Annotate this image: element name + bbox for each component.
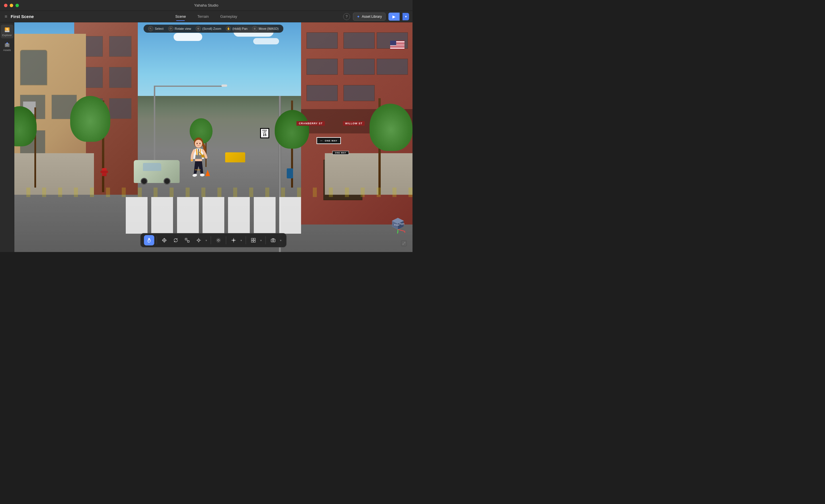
explorer-label: Explorer: [2, 34, 12, 37]
taxi-body: [225, 152, 245, 162]
crosswalk-stripe-1: [126, 197, 148, 234]
svg-text:x: x: [404, 231, 405, 233]
crosswalk-stripe-6: [254, 197, 276, 234]
cloud-5: [253, 38, 279, 45]
svg-marker-6: [6, 42, 8, 44]
american-flag: [390, 41, 404, 49]
play-dropdown-button[interactable]: ▾: [402, 13, 409, 20]
play-button[interactable]: ▶: [388, 13, 400, 21]
snap-dropdown[interactable]: ▾: [239, 235, 243, 245]
bbl-window-4: [109, 67, 132, 88]
svg-point-16: [192, 173, 197, 177]
move-tool-button[interactable]: [159, 235, 169, 245]
rbw-4: [306, 59, 338, 75]
svg-point-17: [200, 174, 205, 176]
traffic-lights: [4, 4, 19, 7]
scale-tool-button[interactable]: [182, 235, 193, 245]
van: [134, 154, 179, 183]
svg-point-10: [195, 140, 202, 148]
tool-rotate-view: ⟳ Rotate view: [168, 26, 191, 31]
speed-label: SPEED LIMIT: [261, 130, 268, 133]
sidewalk-right: [325, 153, 412, 194]
rbw-7: [306, 85, 338, 101]
pan-icon: ✋: [226, 26, 231, 31]
svg-point-12: [199, 143, 201, 144]
tool-group-pivot: [213, 235, 224, 245]
tab-terrain[interactable]: Terrain: [192, 12, 215, 21]
svg-point-25: [233, 239, 235, 241]
tool-group-hand: [144, 235, 154, 245]
select-icon: ↖: [148, 26, 153, 31]
minimize-button[interactable]: [10, 4, 13, 7]
svg-rect-20: [188, 241, 190, 242]
help-button[interactable]: ?: [343, 13, 350, 20]
svg-rect-29: [254, 241, 255, 242]
svg-rect-0: [5, 27, 9, 31]
transform-dropdown[interactable]: ▾: [204, 235, 209, 245]
svg-rect-1: [5, 31, 9, 32]
svg-rect-30: [271, 239, 275, 242]
rotate-tool-button[interactable]: [171, 235, 181, 245]
expand-viewport-button[interactable]: [401, 241, 407, 246]
pivot-tool-button[interactable]: [213, 235, 224, 245]
tool-group-move: [159, 235, 169, 245]
crosswalk-stripe-4: [203, 197, 224, 234]
fire-hydrant: [102, 168, 106, 176]
rbw-8: [344, 85, 375, 101]
crosswalk-stripe-2: [151, 197, 173, 234]
svg-point-11: [197, 143, 198, 144]
crosswalk: [126, 197, 301, 234]
viewport[interactable]: CRANBERRY ST WILLOW ST ← ONE WAY ONE WAY…: [14, 22, 412, 252]
svg-rect-5: [5, 44, 9, 44]
sidebar-item-assets[interactable]: Assets: [1, 39, 13, 53]
tab-gameplay[interactable]: Gameplay: [215, 12, 243, 21]
titlebar: Yahaha Studio: [0, 0, 412, 11]
rbw-1: [306, 32, 338, 49]
tab-scene[interactable]: Scene: [169, 12, 192, 21]
sign-cranberry-st: CRANBERRY ST: [297, 121, 325, 126]
sign-speed-limit: SPEED LIMIT 15: [260, 128, 269, 138]
camera-dropdown[interactable]: ▾: [279, 235, 283, 245]
flag-canton: [390, 41, 396, 45]
sidebar-item-explorer[interactable]: Explorer: [1, 25, 13, 38]
content-area: Explorer Assets: [0, 22, 412, 252]
camera-tool-button[interactable]: [268, 235, 279, 245]
svg-text:Front: Front: [394, 224, 400, 226]
lamp-head-left: [221, 84, 227, 87]
toolbar-divider-3: [226, 236, 226, 244]
close-button[interactable]: [4, 4, 7, 7]
sign-one-way-1: ← ONE WAY: [316, 137, 341, 144]
rbw-6: [377, 59, 408, 75]
tool-group-scale: [182, 235, 193, 245]
toolbar-right: ? ✦ Asset Library ▶ ▾: [343, 13, 409, 21]
svg-rect-28: [251, 241, 253, 242]
fullscreen-button[interactable]: [15, 4, 19, 7]
van-windshield: [143, 163, 161, 171]
bbl-window-6: [109, 98, 132, 119]
menu-button[interactable]: ≡: [3, 13, 8, 20]
grid-dropdown[interactable]: ▾: [259, 235, 263, 245]
main-toolbar: ≡ First Scene Scene Terrain Gameplay ? ✦…: [0, 11, 412, 22]
svg-line-21: [187, 240, 188, 241]
bbl-window-2: [109, 36, 132, 57]
asset-library-button[interactable]: ✦ Asset Library: [353, 13, 386, 21]
crosswalk-stripe-3: [177, 197, 199, 234]
tool-move: ⊞ Move (WASD): [252, 26, 279, 31]
grid-tool-button[interactable]: [248, 235, 259, 245]
snap-tool-button[interactable]: [229, 235, 239, 245]
rbw-5: [344, 59, 375, 75]
assets-label: Assets: [3, 49, 11, 52]
app-title: Yahaha Studio: [194, 3, 218, 7]
tool-pan: ✋ (Hold) Pan: [226, 26, 247, 31]
character: YAHAHA: [185, 138, 211, 195]
tool-group-snap: ▾: [229, 235, 243, 245]
svg-text:y: y: [397, 231, 398, 234]
transform-tool-button[interactable]: [194, 235, 204, 245]
hand-tool-button[interactable]: [144, 235, 154, 245]
sign-willow-st: WILLOW ST: [343, 121, 365, 126]
mailbox: [287, 168, 293, 178]
lamp-arm-left: [154, 86, 225, 87]
svg-rect-27: [254, 238, 255, 240]
assets-icon: [4, 41, 11, 48]
svg-rect-18: [191, 160, 193, 161]
